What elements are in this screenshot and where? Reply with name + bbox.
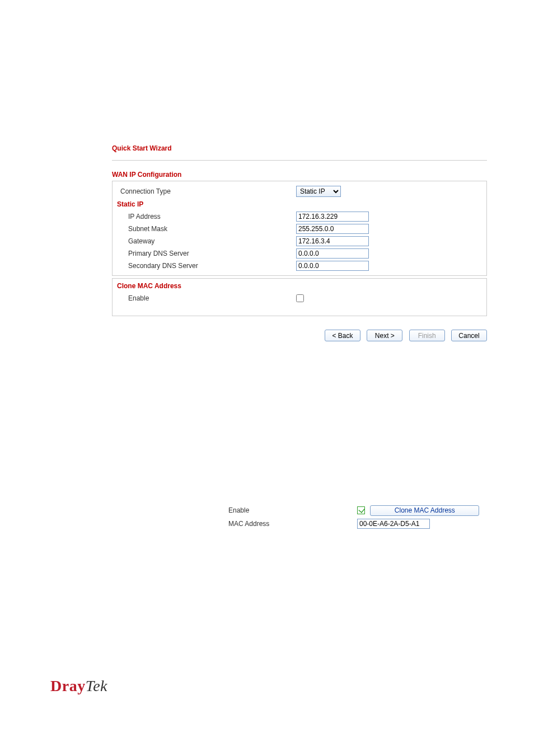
ip-address-input[interactable] (296, 212, 369, 222)
enable-clone-checkbox[interactable] (296, 294, 304, 302)
clone-mac-button[interactable]: Clone MAC Address (370, 505, 479, 516)
subnet-mask-label: Subnet Mask (117, 225, 296, 233)
snippet-enable-label: Enable (228, 506, 357, 514)
finish-button: Finish (409, 330, 445, 341)
wan-config-box: Connection Type Static IP Static IP IP A… (112, 181, 487, 276)
gateway-label: Gateway (117, 237, 296, 245)
section-wan-ip-configuration: WAN IP Configuration (112, 171, 487, 179)
primary-dns-label: Primary DNS Server (117, 250, 296, 257)
wizard-title: Quick Start Wizard (112, 144, 487, 152)
subnet-mask-input[interactable] (296, 224, 369, 234)
wizard-buttons: < Back Next > Finish Cancel (112, 330, 487, 341)
primary-dns-input[interactable] (296, 248, 369, 259)
snippet-mac-label: MAC Address (228, 520, 357, 528)
connection-type-label: Connection Type (117, 187, 296, 195)
cancel-button[interactable]: Cancel (451, 330, 487, 341)
logo-dray: Dray (50, 677, 86, 694)
secondary-dns-label: Secondary DNS Server (117, 262, 296, 270)
mac-address-input[interactable] (357, 519, 430, 529)
gateway-input[interactable] (296, 236, 369, 246)
divider (112, 160, 487, 161)
ip-address-label: IP Address (117, 213, 296, 220)
clone-mac-snippet: Enable Clone MAC Address MAC Address (228, 504, 486, 530)
clone-mac-heading: Clone MAC Address (117, 282, 482, 290)
connection-type-select[interactable]: Static IP (296, 186, 341, 197)
back-button[interactable]: < Back (325, 330, 360, 341)
draytek-logo: DrayTek (50, 677, 107, 695)
logo-tek: Tek (86, 677, 107, 694)
static-ip-heading: Static IP (117, 200, 482, 208)
secondary-dns-input[interactable] (296, 261, 369, 271)
wizard-panel: Quick Start Wizard WAN IP Configuration … (112, 144, 487, 341)
enable-label: Enable (117, 294, 296, 302)
snippet-enable-checkbox[interactable] (357, 506, 365, 514)
clone-mac-box: Clone MAC Address Enable (112, 278, 487, 316)
next-button[interactable]: Next > (367, 330, 402, 341)
